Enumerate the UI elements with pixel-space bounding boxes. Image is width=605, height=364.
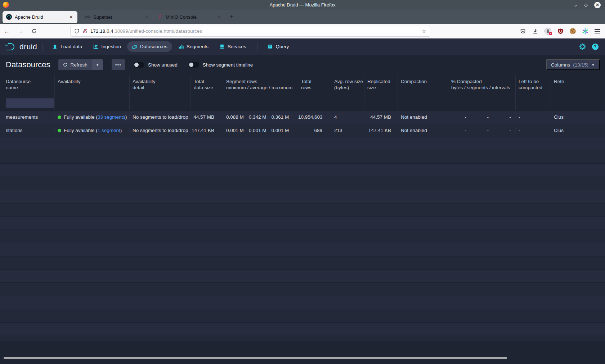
column-header-availability[interactable]: Availability [55, 75, 130, 95]
url-text[interactable]: 172.18.0.4:30899/unified-console.html#da… [90, 28, 422, 34]
column-header-total-data-size[interactable]: Totaldata size [191, 75, 223, 95]
tab-minio-console[interactable]: MinIO Console ✕ [153, 11, 225, 23]
column-header-total-rows[interactable]: Totalrows [298, 75, 331, 95]
show-unused-switch[interactable] [134, 62, 144, 68]
datasource-name-cell: measurements [0, 114, 55, 120]
table-header-row: Datasourcename Availability Availability… [0, 75, 605, 95]
columns-count: (13/15) [573, 62, 588, 68]
table-row-empty [0, 137, 605, 151]
datasource-name-filter-input[interactable] [6, 98, 54, 108]
colorful-asterisk-icon[interactable] [582, 28, 588, 35]
avg-row-size-cell: 4 [331, 114, 364, 120]
window-minimize-icon[interactable]: ⌄ [574, 3, 578, 7]
replicated-size-cell: 147.41 KB [364, 128, 398, 133]
total-rows-cell: 689 [298, 128, 331, 133]
column-header-replicated-size[interactable]: Replicatedsize [364, 75, 398, 95]
reload-icon [31, 28, 37, 34]
table-empty-rows [0, 137, 605, 341]
nav-item-label: Segments [187, 44, 209, 49]
refresh-button[interactable]: Refresh [58, 59, 92, 70]
tab-close-icon[interactable]: ✕ [68, 14, 74, 20]
window-close-icon[interactable]: ✕ [594, 2, 601, 8]
datasources-table: Datasourcename Availability Availability… [0, 75, 605, 341]
more-icon: ••• [115, 62, 121, 68]
table-row-empty [0, 190, 605, 204]
tab-label: Superset [93, 14, 144, 20]
nav-item-services[interactable]: Services [215, 41, 251, 52]
ublock-icon[interactable] [557, 28, 564, 35]
table-row-stations[interactable]: stations Fully available (1 segment) No … [0, 124, 605, 137]
table-row-empty [0, 283, 605, 296]
show-unused-label: Show unused [148, 62, 178, 68]
nav-item-load-data[interactable]: Load data [48, 41, 87, 52]
refresh-icon [63, 62, 68, 67]
table-body: measurements Fully available (33 segment… [0, 111, 605, 341]
table-row-measurements[interactable]: measurements Fully available (33 segment… [0, 111, 605, 124]
druid-brand[interactable]: druid [4, 42, 37, 51]
table-row-empty [0, 217, 605, 230]
tab-apache-druid[interactable]: Apache Druid ✕ [3, 11, 77, 23]
tab-superset[interactable]: Superset ✕ [81, 11, 153, 23]
shield-icon[interactable] [74, 28, 80, 34]
insecure-lock-icon[interactable] [82, 28, 88, 34]
new-tab-button[interactable]: + [225, 13, 238, 21]
download-icon[interactable] [532, 28, 538, 34]
datasources-icon [132, 44, 137, 49]
column-header-left-to-be-compacted[interactable]: Left to becompacted [516, 75, 551, 95]
nav-item-query[interactable]: Query [263, 41, 293, 52]
nav-item-ingestion[interactable]: Ingestion [88, 41, 126, 52]
minio-favicon [157, 14, 163, 20]
horizontal-scrollbar-thumb[interactable] [4, 357, 507, 359]
window-maximize-icon[interactable]: ◇ [584, 3, 588, 7]
reload-button[interactable] [27, 28, 41, 34]
segments-link[interactable]: 33 segments [98, 114, 125, 120]
column-header-compaction[interactable]: Compaction [398, 75, 448, 95]
table-row-empty [0, 309, 605, 323]
refresh-dropdown-button[interactable]: ▼ [92, 59, 103, 70]
tab-close-icon[interactable]: ✕ [144, 14, 149, 20]
nav-item-segments[interactable]: Segments [174, 41, 213, 52]
column-header-avg-row-size[interactable]: Avg. row size(bytes) [331, 75, 364, 95]
column-header-retention[interactable]: Rete [551, 75, 605, 95]
load-data-icon [52, 44, 58, 49]
app-window: Apache Druid — Mozilla Firefox ⌄ ◇ ✕ Apa… [0, 0, 605, 364]
tab-close-icon[interactable]: ✕ [216, 14, 222, 20]
help-icon[interactable]: ? [592, 44, 599, 50]
settings-gear-icon[interactable] [579, 43, 586, 50]
availability-cell: Fully available (1 segment) [55, 128, 130, 133]
window-title: Apache Druid — Mozilla Firefox [0, 2, 605, 8]
extension-icon[interactable]: ✕ [544, 28, 551, 35]
menu-icon[interactable] [595, 29, 600, 33]
url-bar[interactable]: 172.18.0.4:30899/unified-console.html#da… [70, 26, 430, 37]
segments-link[interactable]: 1 segment [98, 128, 120, 133]
tab-label: MinIO Console [166, 14, 216, 20]
forward-button[interactable]: → [14, 28, 27, 35]
columns-button[interactable]: Columns (13/15) ▼ [546, 59, 600, 70]
cookie-icon[interactable] [570, 28, 576, 34]
column-header-availability-detail[interactable]: Availabilitydetail [130, 75, 191, 95]
url-toolbar: ← → 172.18.0.4:30899/unified-console.htm… [0, 24, 605, 38]
services-icon [219, 44, 225, 49]
table-row-empty [0, 177, 605, 190]
replicated-size-cell: 44.57 MB [364, 114, 398, 120]
pocket-icon[interactable] [520, 28, 526, 34]
table-row-empty [0, 336, 605, 341]
column-header-segment-rows[interactable]: Segment rowsminimum / average / maximum [223, 75, 298, 95]
nav-item-label: Query [275, 44, 289, 49]
availability-detail-cell: No segments to load/drop [130, 128, 191, 133]
horizontal-scrollbar[interactable] [0, 357, 605, 360]
bookmark-star-icon[interactable]: ☆ [422, 28, 426, 35]
back-button[interactable]: ← [0, 28, 14, 35]
table-row-empty [0, 150, 605, 164]
more-actions-button[interactable]: ••• [112, 59, 125, 70]
left-to-be-compacted-cell: - [516, 114, 551, 120]
nav-item-datasources[interactable]: Datasources [127, 41, 172, 52]
column-header-datasource-name[interactable]: Datasourcename [0, 75, 55, 95]
compaction-cell: Not enabled [398, 114, 448, 120]
column-header-pct-compacted[interactable]: % Compactedbytes / segments / intervals [448, 75, 516, 95]
table-row-empty [0, 243, 605, 256]
show-segment-timeline-label: Show segment timeline [203, 62, 253, 68]
show-segment-timeline-switch[interactable] [188, 62, 199, 68]
table-filter-row [0, 95, 605, 111]
druid-brand-label: druid [19, 42, 37, 51]
